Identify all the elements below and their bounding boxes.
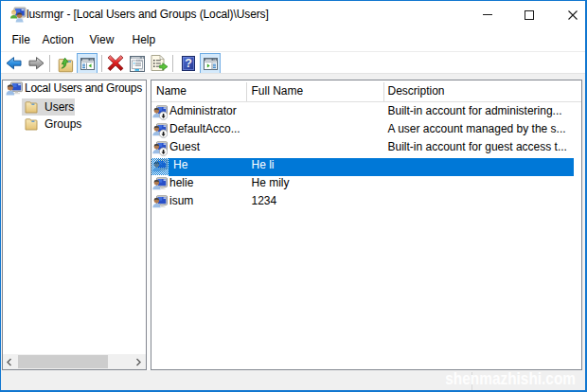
svg-text:?: ?	[185, 57, 192, 70]
